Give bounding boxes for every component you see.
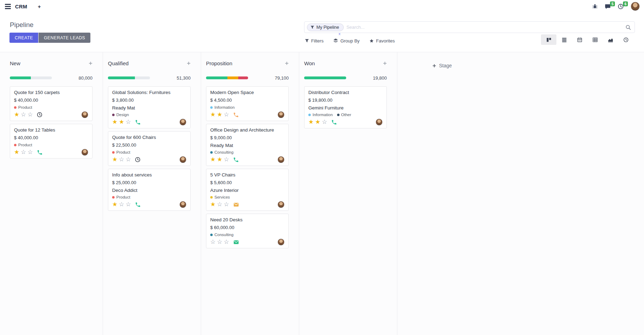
salesperson-avatar[interactable] <box>278 201 285 208</box>
star-icon[interactable]: ☆ <box>21 149 26 155</box>
search-input[interactable] <box>347 25 625 30</box>
column-progressbar[interactable] <box>10 76 52 79</box>
salesperson-avatar[interactable] <box>179 156 186 163</box>
progress-segment[interactable] <box>10 76 31 79</box>
salesperson-avatar[interactable] <box>81 149 88 156</box>
star-icon[interactable]: ★ <box>315 119 320 125</box>
column-progressbar[interactable] <box>304 76 346 79</box>
column-title[interactable]: Proposition <box>206 60 232 66</box>
star-icon[interactable]: ☆ <box>126 156 131 163</box>
phone-icon[interactable] <box>331 119 337 125</box>
search-bar[interactable]: My Pipeline x <box>304 21 635 33</box>
salesperson-avatar[interactable] <box>278 111 285 118</box>
activities-icon[interactable]: 6 <box>618 4 624 9</box>
star-icon[interactable]: ☆ <box>224 239 229 245</box>
group-by-button[interactable]: Group By <box>333 38 359 43</box>
search-icon[interactable] <box>625 25 631 30</box>
star-icon[interactable]: ☆ <box>119 156 124 163</box>
star-icon[interactable]: ★ <box>14 111 19 118</box>
progress-segment[interactable] <box>206 76 227 79</box>
salesperson-avatar[interactable] <box>278 156 285 163</box>
star-icon[interactable]: ☆ <box>28 149 33 155</box>
progress-segment[interactable] <box>108 76 135 79</box>
star-icon[interactable]: ☆ <box>126 201 131 208</box>
graph-view-button[interactable] <box>603 34 618 45</box>
user-avatar[interactable] <box>631 2 640 11</box>
column-title[interactable]: New <box>10 60 20 66</box>
column-progressbar[interactable] <box>206 76 248 79</box>
messages-icon[interactable]: 5 <box>605 4 611 9</box>
add-record-icon[interactable] <box>383 61 387 65</box>
star-icon[interactable]: ☆ <box>217 239 222 245</box>
progress-segment[interactable] <box>227 76 238 79</box>
phone-icon[interactable] <box>135 202 141 208</box>
kanban-card[interactable]: Office Design and Architecture $ 9,000.0… <box>206 124 289 166</box>
column-title[interactable]: Qualified <box>108 60 129 66</box>
salesperson-avatar[interactable] <box>179 119 186 126</box>
activity-view-button[interactable] <box>618 34 633 45</box>
add-menu-icon[interactable]: + <box>38 4 41 9</box>
phone-icon[interactable] <box>233 112 239 118</box>
favorites-button[interactable]: Favorites <box>369 38 395 43</box>
star-icon[interactable]: ★ <box>14 149 19 155</box>
apps-menu-icon[interactable] <box>5 4 11 9</box>
app-name[interactable]: CRM <box>15 4 27 9</box>
search-facet[interactable]: My Pipeline x <box>307 24 344 31</box>
star-icon[interactable]: ☆ <box>224 156 229 163</box>
star-icon[interactable]: ☆ <box>126 119 131 125</box>
clock-icon[interactable] <box>37 112 42 118</box>
star-icon[interactable]: ★ <box>308 119 314 125</box>
star-icon[interactable]: ☆ <box>210 239 215 245</box>
phone-icon[interactable] <box>37 149 43 155</box>
star-icon[interactable]: ★ <box>112 119 117 125</box>
kanban-card[interactable]: 5 VP Chairs $ 5,600.00 Azure Interior Se… <box>206 169 289 211</box>
add-record-icon[interactable] <box>285 61 289 65</box>
kanban-card[interactable]: Quote for 150 carpets $ 40,000.00 Produc… <box>10 86 93 121</box>
kanban-card[interactable]: Global Solutions: Furnitures $ 3,800.00 … <box>108 86 191 128</box>
star-icon[interactable]: ☆ <box>28 111 33 118</box>
add-stage-button[interactable]: Stage <box>432 63 452 68</box>
pivot-view-button[interactable] <box>587 34 603 45</box>
kanban-card[interactable]: Distributor Contract $ 19,800.00 Gemini … <box>304 86 387 128</box>
star-icon[interactable]: ★ <box>210 201 215 208</box>
kanban-card[interactable]: Quote for 600 Chairs $ 22,500.00 Product… <box>108 131 191 166</box>
filters-button[interactable]: Filters <box>305 38 323 43</box>
star-icon[interactable]: ☆ <box>217 201 222 208</box>
progress-segment[interactable] <box>238 76 248 79</box>
salesperson-avatar[interactable] <box>376 119 383 126</box>
star-icon[interactable]: ☆ <box>224 201 229 208</box>
kanban-card[interactable]: Quote for 12 Tables $ 40,000.00 Product … <box>10 124 93 159</box>
column-progressbar[interactable] <box>108 76 150 79</box>
star-icon[interactable]: ★ <box>217 111 222 118</box>
generate-leads-button[interactable]: GENERATE LEADS <box>39 33 90 43</box>
remove-facet-icon[interactable]: x <box>338 32 341 36</box>
kanban-card[interactable]: Info about services $ 25,000.00 Deco Add… <box>108 169 191 211</box>
add-record-icon[interactable] <box>187 61 191 65</box>
progress-segment[interactable] <box>304 76 346 79</box>
calendar-view-button[interactable] <box>572 34 587 45</box>
star-icon[interactable]: ★ <box>119 119 124 125</box>
column-title[interactable]: Won <box>304 60 315 66</box>
mail-icon[interactable] <box>233 240 239 245</box>
clock-icon[interactable] <box>135 157 141 162</box>
star-icon[interactable]: ☆ <box>224 111 229 118</box>
phone-icon[interactable] <box>135 119 141 125</box>
debug-bug-icon[interactable] <box>592 4 598 9</box>
kanban-view-button[interactable] <box>541 34 556 45</box>
list-view-button[interactable] <box>556 34 572 45</box>
star-icon[interactable]: ★ <box>210 111 215 118</box>
star-icon[interactable]: ★ <box>112 201 117 208</box>
mail-icon[interactable] <box>233 202 239 207</box>
star-icon[interactable]: ☆ <box>322 119 327 125</box>
kanban-card[interactable]: Modern Open Space $ 4,500.00 Information… <box>206 86 289 121</box>
create-button[interactable]: CREATE <box>9 33 38 43</box>
star-icon[interactable]: ☆ <box>119 201 124 208</box>
kanban-card[interactable]: Need 20 Desks $ 60,000.00 Consulting ☆☆☆ <box>206 214 289 248</box>
phone-icon[interactable] <box>233 157 239 163</box>
star-icon[interactable]: ☆ <box>21 111 26 118</box>
star-icon[interactable]: ★ <box>112 156 117 163</box>
star-icon[interactable]: ★ <box>217 156 222 163</box>
salesperson-avatar[interactable] <box>179 201 186 208</box>
add-record-icon[interactable] <box>89 61 93 65</box>
salesperson-avatar[interactable] <box>278 239 285 246</box>
